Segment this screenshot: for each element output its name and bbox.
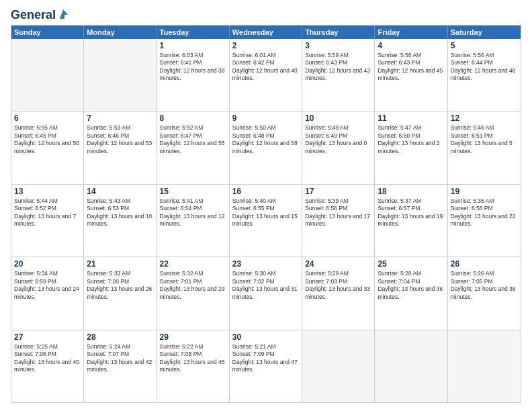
header-day-wednesday: Wednesday xyxy=(230,26,302,39)
day-number: 10 xyxy=(305,113,371,123)
day-number: 24 xyxy=(305,259,371,269)
calendar-cell: 27Sunrise: 5:25 AM Sunset: 7:06 PM Dayli… xyxy=(11,330,84,402)
cell-detail: Sunrise: 5:26 AM Sunset: 7:05 PM Dayligh… xyxy=(451,270,518,301)
logo-general: General xyxy=(11,8,56,22)
day-number: 21 xyxy=(87,259,153,269)
page: General SundayMondayTuesdayWednesdayThur… xyxy=(0,0,532,411)
cell-detail: Sunrise: 5:47 AM Sunset: 6:50 PM Dayligh… xyxy=(378,124,444,155)
header-day-monday: Monday xyxy=(84,26,157,39)
day-number: 28 xyxy=(87,332,153,342)
cell-detail: Sunrise: 5:36 AM Sunset: 6:58 PM Dayligh… xyxy=(451,197,518,228)
day-number: 9 xyxy=(232,113,299,123)
calendar-cell: 7Sunrise: 5:53 AM Sunset: 6:46 PM Daylig… xyxy=(84,111,157,183)
calendar-cell: 12Sunrise: 5:46 AM Sunset: 6:51 PM Dayli… xyxy=(448,111,521,183)
day-number: 4 xyxy=(378,41,444,50)
header-day-friday: Friday xyxy=(375,26,447,39)
cell-detail: Sunrise: 5:25 AM Sunset: 7:06 PM Dayligh… xyxy=(14,343,81,374)
day-number: 16 xyxy=(232,187,299,196)
calendar-cell: 1Sunrise: 6:03 AM Sunset: 6:41 PM Daylig… xyxy=(157,39,230,111)
day-number: 30 xyxy=(232,332,299,342)
cell-detail: Sunrise: 5:55 AM Sunset: 6:45 PM Dayligh… xyxy=(14,124,81,155)
day-number: 20 xyxy=(14,259,81,269)
day-number: 19 xyxy=(451,187,518,196)
cell-detail: Sunrise: 5:24 AM Sunset: 7:07 PM Dayligh… xyxy=(87,343,153,374)
day-number: 22 xyxy=(160,259,226,269)
calendar-cell: 11Sunrise: 5:47 AM Sunset: 6:50 PM Dayli… xyxy=(375,111,447,183)
cell-detail: Sunrise: 5:21 AM Sunset: 7:09 PM Dayligh… xyxy=(232,343,299,374)
cell-detail: Sunrise: 5:46 AM Sunset: 6:51 PM Dayligh… xyxy=(451,124,518,155)
logo-icon xyxy=(57,8,69,20)
cell-detail: Sunrise: 5:50 AM Sunset: 6:48 PM Dayligh… xyxy=(232,124,299,155)
calendar-cell: 22Sunrise: 5:32 AM Sunset: 7:01 PM Dayli… xyxy=(157,257,230,329)
day-number: 27 xyxy=(14,332,81,342)
cell-detail: Sunrise: 5:43 AM Sunset: 6:53 PM Dayligh… xyxy=(87,197,153,228)
cell-detail: Sunrise: 5:44 AM Sunset: 6:52 PM Dayligh… xyxy=(14,197,81,228)
day-number: 13 xyxy=(14,187,81,196)
day-number: 29 xyxy=(160,332,226,342)
calendar-header: SundayMondayTuesdayWednesdayThursdayFrid… xyxy=(11,26,521,39)
calendar-cell: 16Sunrise: 5:40 AM Sunset: 6:55 PM Dayli… xyxy=(230,185,302,257)
day-number: 3 xyxy=(305,41,371,50)
cell-detail: Sunrise: 5:22 AM Sunset: 7:08 PM Dayligh… xyxy=(160,343,226,374)
cell-detail: Sunrise: 5:59 AM Sunset: 6:43 PM Dayligh… xyxy=(305,52,371,83)
calendar-cell xyxy=(302,330,375,402)
calendar-cell xyxy=(448,330,521,402)
calendar-cell xyxy=(375,330,447,402)
day-number: 1 xyxy=(160,41,226,50)
calendar-cell: 29Sunrise: 5:22 AM Sunset: 7:08 PM Dayli… xyxy=(157,330,230,402)
calendar-cell: 23Sunrise: 5:30 AM Sunset: 7:02 PM Dayli… xyxy=(230,257,302,329)
calendar-cell: 14Sunrise: 5:43 AM Sunset: 6:53 PM Dayli… xyxy=(84,185,157,257)
calendar-row-3: 13Sunrise: 5:44 AM Sunset: 6:52 PM Dayli… xyxy=(11,184,521,257)
day-number: 12 xyxy=(451,113,518,123)
calendar-cell: 2Sunrise: 6:01 AM Sunset: 6:42 PM Daylig… xyxy=(230,39,302,111)
day-number: 14 xyxy=(87,187,153,196)
day-number: 25 xyxy=(378,259,444,269)
cell-detail: Sunrise: 5:32 AM Sunset: 7:01 PM Dayligh… xyxy=(160,270,226,301)
cell-detail: Sunrise: 6:01 AM Sunset: 6:42 PM Dayligh… xyxy=(232,52,299,83)
cell-detail: Sunrise: 5:52 AM Sunset: 6:47 PM Dayligh… xyxy=(160,124,226,155)
header-day-thursday: Thursday xyxy=(302,26,375,39)
day-number: 11 xyxy=(378,113,444,123)
calendar-cell: 3Sunrise: 5:59 AM Sunset: 6:43 PM Daylig… xyxy=(302,39,375,111)
calendar-cell: 4Sunrise: 5:58 AM Sunset: 6:43 PM Daylig… xyxy=(375,39,447,111)
day-number: 5 xyxy=(451,41,518,50)
calendar-cell: 17Sunrise: 5:39 AM Sunset: 6:56 PM Dayli… xyxy=(302,185,375,257)
cell-detail: Sunrise: 5:40 AM Sunset: 6:55 PM Dayligh… xyxy=(232,197,299,228)
calendar-cell: 19Sunrise: 5:36 AM Sunset: 6:58 PM Dayli… xyxy=(448,185,521,257)
calendar-cell: 25Sunrise: 5:28 AM Sunset: 7:04 PM Dayli… xyxy=(375,257,447,329)
day-number: 23 xyxy=(232,259,299,269)
calendar-cell: 13Sunrise: 5:44 AM Sunset: 6:52 PM Dayli… xyxy=(11,185,84,257)
cell-detail: Sunrise: 5:49 AM Sunset: 6:49 PM Dayligh… xyxy=(305,124,371,155)
header: General xyxy=(11,8,521,19)
calendar-cell: 10Sunrise: 5:49 AM Sunset: 6:49 PM Dayli… xyxy=(302,111,375,183)
calendar-row-5: 27Sunrise: 5:25 AM Sunset: 7:06 PM Dayli… xyxy=(11,330,521,402)
calendar-cell: 30Sunrise: 5:21 AM Sunset: 7:09 PM Dayli… xyxy=(230,330,302,402)
calendar-cell xyxy=(84,39,157,111)
cell-detail: Sunrise: 5:37 AM Sunset: 6:57 PM Dayligh… xyxy=(378,197,444,228)
header-day-sunday: Sunday xyxy=(11,26,84,39)
cell-detail: Sunrise: 5:28 AM Sunset: 7:04 PM Dayligh… xyxy=(378,270,444,301)
calendar-cell: 28Sunrise: 5:24 AM Sunset: 7:07 PM Dayli… xyxy=(84,330,157,402)
cell-detail: Sunrise: 5:39 AM Sunset: 6:56 PM Dayligh… xyxy=(305,197,371,228)
calendar-cell: 26Sunrise: 5:26 AM Sunset: 7:05 PM Dayli… xyxy=(448,257,521,329)
cell-detail: Sunrise: 6:03 AM Sunset: 6:41 PM Dayligh… xyxy=(160,52,226,83)
calendar: SundayMondayTuesdayWednesdayThursdayFrid… xyxy=(11,25,521,403)
header-day-tuesday: Tuesday xyxy=(157,26,230,39)
cell-detail: Sunrise: 5:58 AM Sunset: 6:43 PM Dayligh… xyxy=(378,52,444,83)
calendar-row-4: 20Sunrise: 5:34 AM Sunset: 6:59 PM Dayli… xyxy=(11,257,521,329)
calendar-cell: 15Sunrise: 5:41 AM Sunset: 6:54 PM Dayli… xyxy=(157,185,230,257)
calendar-cell: 21Sunrise: 5:33 AM Sunset: 7:00 PM Dayli… xyxy=(84,257,157,329)
calendar-cell: 5Sunrise: 5:56 AM Sunset: 6:44 PM Daylig… xyxy=(448,39,521,111)
cell-detail: Sunrise: 5:53 AM Sunset: 6:46 PM Dayligh… xyxy=(87,124,153,155)
day-number: 15 xyxy=(160,187,226,196)
cell-detail: Sunrise: 5:56 AM Sunset: 6:44 PM Dayligh… xyxy=(451,52,518,83)
calendar-cell xyxy=(11,39,84,111)
calendar-cell: 18Sunrise: 5:37 AM Sunset: 6:57 PM Dayli… xyxy=(375,185,447,257)
day-number: 18 xyxy=(378,187,444,196)
day-number: 26 xyxy=(451,259,518,269)
cell-detail: Sunrise: 5:30 AM Sunset: 7:02 PM Dayligh… xyxy=(232,270,299,301)
day-number: 2 xyxy=(232,41,299,50)
cell-detail: Sunrise: 5:34 AM Sunset: 6:59 PM Dayligh… xyxy=(14,270,81,301)
day-number: 7 xyxy=(87,113,153,123)
day-number: 6 xyxy=(14,113,81,123)
